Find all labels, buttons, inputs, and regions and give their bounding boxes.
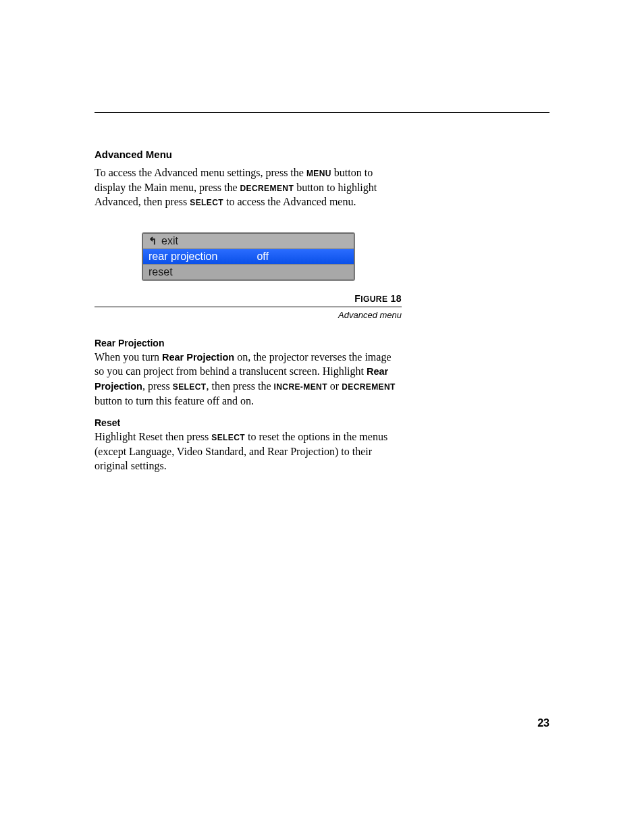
menu-item-rear-projection: rear projection off [143, 249, 354, 264]
intro-paragraph: To access the Advanced menu settings, pr… [95, 165, 402, 209]
page-number: 23 [537, 717, 549, 729]
reset-paragraph: Highlight Reset then press select to res… [95, 429, 402, 473]
sub-heading: Rear Projection [95, 338, 402, 348]
button-ref-select: select [173, 382, 207, 392]
button-ref-select: select [190, 198, 223, 207]
sub-heading: Reset [95, 417, 402, 428]
menu-label: rear projection [149, 249, 217, 264]
menu-item-reset: reset [143, 264, 354, 280]
section-heading: Advanced Menu [95, 149, 402, 160]
text: IGURE [360, 294, 387, 304]
figure-label: FIGURE 18 [354, 294, 402, 304]
menu-label: reset [149, 265, 173, 280]
text: When you turn [95, 351, 162, 363]
figure-caption: Advanced menu [95, 310, 402, 320]
text: Highlight Reset then press [95, 431, 211, 442]
feature-name: Rear Projection [162, 352, 234, 363]
text: or [327, 380, 342, 392]
button-ref-select: select [211, 433, 245, 442]
reset-section: Reset Highlight Reset then press select … [95, 417, 402, 473]
menu-item-exit: ↰ exit [143, 234, 354, 249]
text: To access the Advanced menu settings, pr… [95, 167, 306, 178]
text: , press [142, 380, 173, 392]
text: button to turn this feature off and on. [95, 395, 254, 407]
text: to access the Advanced menu. [223, 196, 356, 207]
button-ref-decrement: decrement [240, 184, 294, 193]
rear-projection-paragraph: When you turn Rear Projection on, the pr… [95, 350, 402, 408]
text: , then press the [207, 380, 274, 392]
rear-projection-section: Rear Projection When you turn Rear Proje… [95, 338, 402, 408]
content-column: Advanced Menu To access the Advanced men… [95, 149, 402, 473]
button-ref-increment: incre-ment [274, 382, 327, 392]
page: Advanced Menu To access the Advanced men… [0, 0, 644, 834]
figure-label-row: FIGURE 18 [95, 292, 402, 307]
button-ref-menu: menu [306, 169, 331, 178]
text: F [354, 293, 360, 304]
top-rule [95, 112, 549, 113]
menu-value: off [217, 249, 348, 264]
back-arrow-icon: ↰ [149, 234, 157, 249]
figure-number: 18 [387, 293, 402, 304]
menu-label: exit [161, 234, 178, 249]
button-ref-decrement: decrement [342, 382, 396, 392]
advanced-menu-screenshot: ↰ exit rear projection off reset [142, 233, 354, 280]
